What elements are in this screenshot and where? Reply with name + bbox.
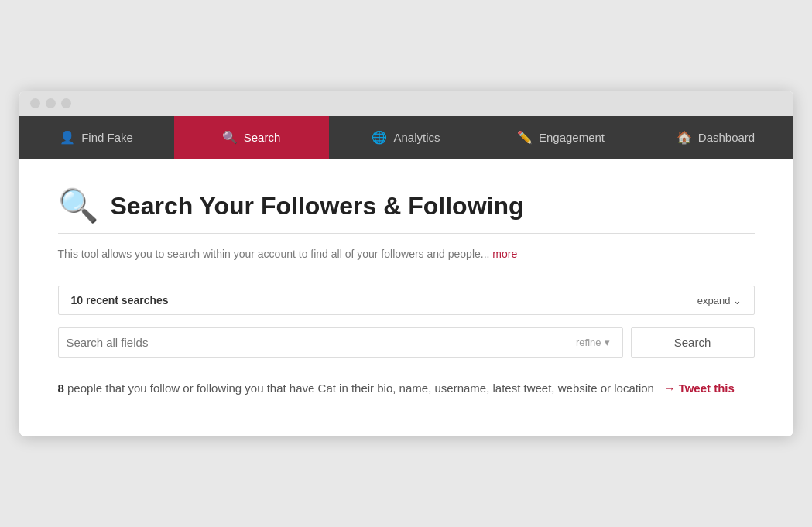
- tweet-this-link[interactable]: → Tweet this: [663, 382, 734, 395]
- window-dot-3: [61, 98, 71, 108]
- description-text: This tool allows you to search within yo…: [58, 248, 490, 260]
- expand-button[interactable]: expand ⌄: [697, 295, 742, 306]
- dashboard-icon: 🏠: [677, 130, 692, 145]
- engagement-icon: ✏️: [517, 130, 533, 145]
- search-input-wrapper: refine ▾: [58, 327, 623, 358]
- header-divider: [58, 233, 755, 234]
- nav-item-engagement[interactable]: ✏️ Engagement: [484, 116, 639, 159]
- more-link[interactable]: more: [492, 248, 517, 260]
- nav-item-find-fake[interactable]: 👤 Find Fake: [19, 116, 174, 159]
- window-dot-1: [30, 98, 40, 108]
- refine-label: refine: [576, 337, 601, 348]
- title-bar: [19, 91, 793, 116]
- search-input[interactable]: [67, 328, 571, 357]
- nav-item-search[interactable]: 🔍 Search: [174, 116, 329, 159]
- nav-label-engagement: Engagement: [539, 131, 605, 144]
- refine-chevron-icon: ▾: [605, 337, 610, 348]
- recent-searches-label: 10 recent searches: [71, 294, 169, 306]
- nav-label-analytics: Analytics: [393, 131, 440, 144]
- results-count: 8: [58, 382, 64, 395]
- app-window: 👤 Find Fake 🔍 Search 🌐 Analytics ✏️ Enga…: [19, 91, 793, 436]
- nav-label-dashboard: Dashboard: [698, 131, 755, 144]
- page-header: 🔍 Search Your Followers & Following: [58, 190, 755, 222]
- nav-label-find-fake: Find Fake: [81, 131, 133, 144]
- navigation: 👤 Find Fake 🔍 Search 🌐 Analytics ✏️ Enga…: [19, 116, 793, 159]
- refine-button[interactable]: refine ▾: [571, 337, 615, 348]
- nav-item-dashboard[interactable]: 🏠 Dashboard: [639, 116, 793, 159]
- page-description: This tool allows you to search within yo…: [58, 246, 755, 262]
- main-content: 🔍 Search Your Followers & Following This…: [19, 159, 793, 436]
- nav-item-analytics[interactable]: 🌐 Analytics: [329, 116, 484, 159]
- recent-searches-bar: 10 recent searches expand ⌄: [58, 286, 755, 315]
- results-section: 8 people that you follow or following yo…: [58, 379, 755, 398]
- window-dot-2: [46, 98, 56, 108]
- page-title: Search Your Followers & Following: [111, 192, 524, 221]
- header-search-icon: 🔍: [58, 190, 98, 222]
- search-icon: 🔍: [222, 130, 238, 145]
- nav-label-search: Search: [244, 131, 281, 144]
- expand-label: expand: [697, 295, 731, 306]
- user-icon: 👤: [60, 130, 75, 145]
- chevron-down-icon: ⌄: [733, 295, 742, 306]
- search-button[interactable]: Search: [631, 327, 755, 358]
- analytics-icon: 🌐: [372, 130, 387, 145]
- search-row: refine ▾ Search: [58, 327, 755, 358]
- results-description: people that you follow or following you …: [67, 382, 654, 395]
